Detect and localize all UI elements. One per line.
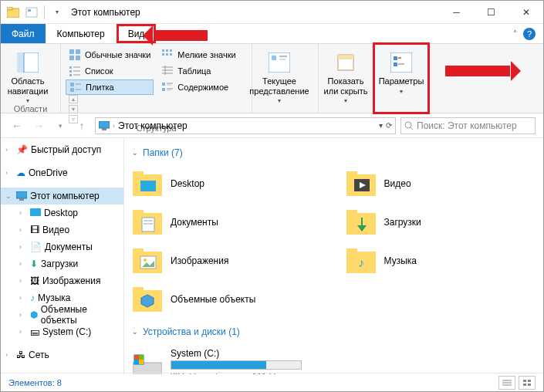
address-text: Этот компьютер xyxy=(118,120,188,131)
sidebar-network[interactable]: ›🖧Сеть xyxy=(1,346,123,363)
drive-capacity-bar xyxy=(171,360,302,370)
layout-small-icons[interactable]: Мелкие значки xyxy=(158,47,238,63)
layout-scroll-down[interactable]: ▾ xyxy=(69,105,78,113)
minimize-button[interactable]: ─ xyxy=(439,2,474,23)
content-area: ⌄Папки (7) Desktop Видео Документы Загру… xyxy=(124,138,543,374)
show-hide-label: Показать или скрыть xyxy=(323,76,368,96)
maximize-button[interactable]: ☐ xyxy=(474,2,509,23)
sidebar-documents[interactable]: ›📄Документы xyxy=(1,238,123,255)
sidebar-onedrive[interactable]: ›☁OneDrive xyxy=(1,164,123,181)
sidebar-system-c[interactable]: ›🖴System (C:) xyxy=(1,323,123,340)
options-button[interactable]: Параметры ▾ xyxy=(379,47,424,95)
svg-point-48 xyxy=(405,122,411,128)
svg-rect-24 xyxy=(162,53,164,56)
drive-name: System (C:) xyxy=(171,348,302,359)
sidebar-quick-access[interactable]: ›📌Быстрый доступ xyxy=(1,141,123,158)
up-button[interactable]: ↑ xyxy=(73,117,90,134)
sidebar-desktop[interactable]: ›Desktop xyxy=(1,204,123,221)
layout-tile[interactable]: Плитка xyxy=(66,79,154,95)
video-icon: 🎞 xyxy=(30,225,39,235)
annotation-arrow-left xyxy=(154,30,208,41)
this-pc-icon xyxy=(99,121,110,130)
music-icon: ♪ xyxy=(30,292,35,303)
show-hide-button[interactable]: Показать или скрыть ▾ xyxy=(323,47,368,104)
search-box[interactable]: Поиск: Этот компьютер xyxy=(400,117,536,134)
folders-header[interactable]: ⌄Папки (7) xyxy=(132,147,536,158)
close-button[interactable]: ✕ xyxy=(509,2,543,23)
quick-access-icon[interactable] xyxy=(24,5,39,20)
svg-point-71 xyxy=(144,259,147,262)
svg-rect-82 xyxy=(139,355,144,360)
layout-normal-icons[interactable]: Обычные значки xyxy=(66,47,154,63)
explorer-icon xyxy=(5,5,21,20)
item-video[interactable]: Видео xyxy=(346,166,536,201)
options-label: Параметры xyxy=(379,76,424,86)
svg-rect-62 xyxy=(142,218,154,231)
svg-rect-21 xyxy=(162,49,164,52)
layout-content[interactable]: Содержимое xyxy=(158,79,238,95)
search-icon xyxy=(404,121,414,130)
downloads-icon: ⬇ xyxy=(30,259,38,269)
sidebar-pictures[interactable]: ›🖼Изображения xyxy=(1,272,123,289)
svg-rect-7 xyxy=(69,49,74,54)
sidebar-3d-objects[interactable]: ›⬢Объемные объекты xyxy=(1,306,123,323)
svg-rect-22 xyxy=(166,49,168,52)
item-documents[interactable]: Документы xyxy=(132,204,323,240)
view-large-icons-toggle[interactable] xyxy=(519,376,536,390)
view-details-toggle[interactable] xyxy=(498,376,515,390)
tab-file[interactable]: Файл xyxy=(1,24,46,43)
svg-rect-11 xyxy=(69,66,72,69)
svg-rect-34 xyxy=(162,88,165,91)
layout-scroll-up[interactable]: ▴ xyxy=(69,95,78,103)
sidebar-this-pc[interactable]: ⌄Этот компьютер xyxy=(1,188,123,204)
item-desktop[interactable]: Desktop xyxy=(132,166,323,201)
layout-table[interactable]: Таблица xyxy=(158,63,238,79)
svg-rect-46 xyxy=(99,121,110,128)
svg-rect-52 xyxy=(30,208,41,216)
svg-rect-61 xyxy=(133,210,144,215)
layout-list[interactable]: Список xyxy=(66,63,154,79)
address-dropdown[interactable]: ▾ xyxy=(379,121,383,130)
monitor-icon xyxy=(16,191,27,201)
svg-rect-8 xyxy=(76,49,80,54)
folder-music-icon: ♪ xyxy=(346,245,377,276)
current-view-icon xyxy=(267,50,292,75)
collapse-ribbon-icon[interactable]: ˄ xyxy=(513,29,517,38)
sidebar-video[interactable]: ›🎞Видео xyxy=(1,221,123,238)
current-view-button[interactable]: Текущее представление ▾ xyxy=(257,47,302,104)
item-downloads[interactable]: Загрузки xyxy=(346,204,536,240)
back-button[interactable]: ← xyxy=(8,117,25,134)
svg-rect-45 xyxy=(394,63,397,66)
item-pictures[interactable]: Изображения xyxy=(132,243,323,279)
drive-system-c[interactable]: System (C:) 30,5 ГБ свободно из 111 ГБ xyxy=(132,345,536,374)
item-3d-objects[interactable]: Объемные объекты xyxy=(132,282,323,317)
tab-computer[interactable]: Компьютер xyxy=(46,24,117,43)
devices-header[interactable]: ⌄Устройства и диски (1) xyxy=(132,326,536,337)
svg-rect-37 xyxy=(269,52,290,73)
sidebar-downloads[interactable]: ›⬇Загрузки xyxy=(1,255,123,272)
ribbon: Область навигации ▾ Области Обычные знач… xyxy=(1,44,543,113)
svg-rect-3 xyxy=(28,9,31,12)
svg-rect-38 xyxy=(272,56,276,60)
help-icon[interactable]: ? xyxy=(523,28,536,40)
svg-rect-84 xyxy=(139,360,144,364)
svg-rect-50 xyxy=(16,191,27,198)
recent-dropdown[interactable]: ▾ xyxy=(52,117,69,134)
svg-rect-1 xyxy=(7,7,12,10)
svg-text:♪: ♪ xyxy=(358,256,364,269)
refresh-button[interactable]: ⟳ xyxy=(386,121,392,130)
address-bar[interactable]: › Этот компьютер ▾⟳ xyxy=(95,117,396,134)
navigation-pane-button[interactable]: Область навигации ▾ xyxy=(5,47,50,104)
svg-rect-9 xyxy=(69,56,74,60)
folder-video-icon xyxy=(346,168,377,199)
svg-rect-18 xyxy=(70,88,74,92)
svg-rect-91 xyxy=(528,384,531,386)
svg-marker-78 xyxy=(141,295,154,307)
item-music[interactable]: ♪Музыка xyxy=(346,243,536,279)
qat-dropdown-icon[interactable]: ▾ xyxy=(49,5,65,20)
svg-rect-26 xyxy=(170,53,172,56)
cube-icon: ⬢ xyxy=(30,309,38,320)
svg-rect-13 xyxy=(69,74,72,76)
system-drive-icon xyxy=(132,349,163,374)
forward-button[interactable]: → xyxy=(30,117,47,134)
